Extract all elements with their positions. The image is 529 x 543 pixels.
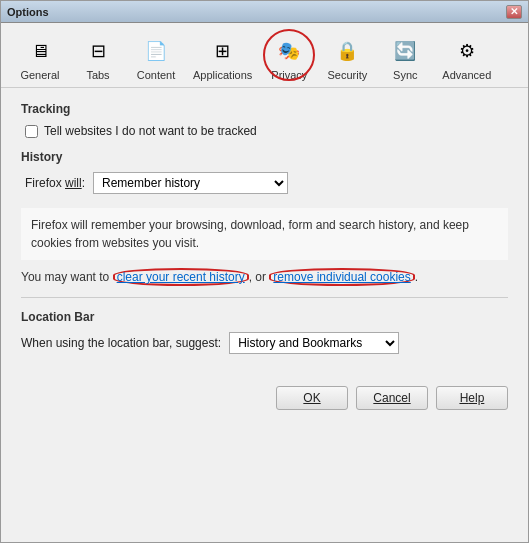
- toolbar: General Tabs Content Applications Privac…: [1, 23, 528, 88]
- general-icon: [24, 35, 56, 67]
- help-label: Help: [460, 391, 485, 405]
- close-button[interactable]: ✕: [506, 5, 522, 19]
- content-icon: [140, 35, 172, 67]
- window-title: Options: [7, 6, 49, 18]
- tab-security[interactable]: Security: [318, 31, 376, 87]
- tab-sync-label: Sync: [393, 69, 417, 81]
- location-bar-label: When using the location bar, suggest:: [21, 336, 221, 350]
- tab-privacy-label: Privacy: [271, 69, 307, 81]
- location-bar-section-title: Location Bar: [21, 310, 508, 324]
- action-text: You may want to clear your recent histor…: [21, 268, 508, 287]
- do-not-track-label: Tell websites I do not want to be tracke…: [44, 124, 257, 138]
- tab-content-label: Content: [137, 69, 176, 81]
- tab-advanced-label: Advanced: [442, 69, 491, 81]
- history-dropdown[interactable]: Remember history Never remember history …: [93, 172, 288, 194]
- main-content: Tracking Tell websites I do not want to …: [1, 88, 528, 364]
- tab-advanced[interactable]: Advanced: [434, 31, 499, 87]
- tab-privacy[interactable]: Privacy: [260, 31, 318, 87]
- history-section-title: History: [21, 150, 508, 164]
- history-row: Firefox will: Remember history Never rem…: [25, 172, 508, 194]
- privacy-wrap: Privacy: [271, 35, 307, 81]
- title-bar: Options ✕: [1, 1, 528, 23]
- do-not-track-checkbox[interactable]: [25, 125, 38, 138]
- tab-content[interactable]: Content: [127, 31, 185, 87]
- options-window: Options ✕ General Tabs Content Applicati…: [0, 0, 529, 543]
- tab-tabs-label: Tabs: [86, 69, 109, 81]
- ok-button[interactable]: OK: [276, 386, 348, 410]
- tab-security-label: Security: [327, 69, 367, 81]
- privacy-icon: [273, 35, 305, 67]
- help-button[interactable]: Help: [436, 386, 508, 410]
- sync-icon: [389, 35, 421, 67]
- tab-applications-label: Applications: [193, 69, 252, 81]
- tab-general[interactable]: General: [11, 31, 69, 87]
- tab-tabs[interactable]: Tabs: [69, 31, 127, 87]
- tab-applications[interactable]: Applications: [185, 31, 260, 87]
- section-divider: [21, 297, 508, 298]
- history-info-text: Firefox will remember your browsing, dow…: [31, 218, 469, 250]
- tab-sync[interactable]: Sync: [376, 31, 434, 87]
- action-text-after: .: [415, 270, 418, 284]
- tracking-checkbox-row: Tell websites I do not want to be tracke…: [25, 124, 508, 138]
- applications-icon: [207, 35, 239, 67]
- clear-history-link[interactable]: clear your recent history: [113, 268, 249, 286]
- security-icon: [331, 35, 363, 67]
- advanced-icon: [451, 35, 483, 67]
- history-info-box: Firefox will remember your browsing, dow…: [21, 208, 508, 260]
- tabs-icon: [82, 35, 114, 67]
- firefox-will-label: Firefox will:: [25, 176, 85, 190]
- location-bar-row: When using the location bar, suggest: Hi…: [21, 332, 508, 354]
- action-text-mid: , or: [249, 270, 270, 284]
- action-text-before: You may want to: [21, 270, 113, 284]
- tracking-section-title: Tracking: [21, 102, 508, 116]
- tab-general-label: General: [20, 69, 59, 81]
- location-bar-dropdown[interactable]: History and Bookmarks History Bookmarks …: [229, 332, 399, 354]
- button-bar: OK Cancel Help: [1, 374, 528, 424]
- remove-cookies-link[interactable]: remove individual cookies: [269, 268, 414, 286]
- cancel-button[interactable]: Cancel: [356, 386, 428, 410]
